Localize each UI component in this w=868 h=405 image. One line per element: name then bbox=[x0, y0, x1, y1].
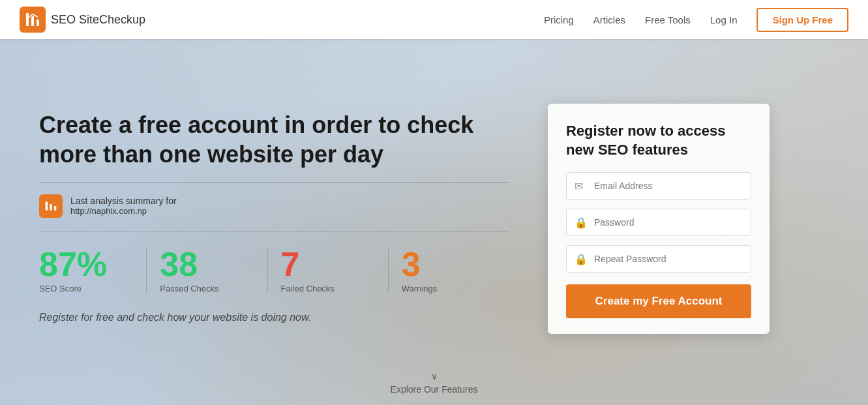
hero-title: Create a free account in order to check … bbox=[39, 110, 509, 169]
repeat-password-input[interactable] bbox=[566, 245, 751, 273]
password-input[interactable] bbox=[566, 209, 751, 236]
hero-tagline: Register for free and check how your web… bbox=[39, 312, 509, 323]
svg-rect-5 bbox=[54, 206, 56, 211]
password-icon: 🔒 bbox=[575, 217, 588, 229]
nav-pricing[interactable]: Pricing bbox=[544, 14, 574, 25]
stat-warnings-number: 3 bbox=[402, 247, 496, 281]
email-input[interactable] bbox=[566, 172, 751, 200]
password-field-wrapper: 🔒 bbox=[566, 209, 751, 236]
stat-warnings: 3 Warnings bbox=[389, 247, 509, 293]
last-analysis: Last analysis summary for http://naphix.… bbox=[39, 194, 509, 218]
nav-login[interactable]: Log In bbox=[710, 14, 738, 25]
stat-seo-score-label: SEO Score bbox=[39, 284, 133, 293]
repeat-password-icon: 🔒 bbox=[575, 253, 588, 265]
logo-icon bbox=[20, 7, 46, 33]
stat-passed-label: Passed Checks bbox=[160, 284, 254, 293]
stat-failed-checks: 7 Failed Checks bbox=[268, 247, 389, 293]
stat-failed-number: 7 bbox=[281, 247, 375, 281]
hero-content: Create a free account in order to check … bbox=[0, 91, 868, 353]
logo[interactable]: SEO SiteCheckup bbox=[20, 7, 145, 33]
explore-label: Explore Our Features bbox=[391, 384, 478, 395]
stat-warnings-label: Warnings bbox=[402, 284, 496, 293]
explore-features[interactable]: ∨ Explore Our Features bbox=[391, 371, 478, 395]
stat-passed-number: 38 bbox=[160, 247, 254, 281]
nav-free-tools[interactable]: Free Tools bbox=[645, 14, 691, 25]
register-panel: Register now to access new SEO features … bbox=[548, 104, 770, 334]
stats-divider bbox=[39, 231, 509, 232]
stats-row: 87% SEO Score 38 Passed Checks 7 Failed … bbox=[39, 247, 509, 293]
svg-rect-4 bbox=[50, 204, 52, 211]
hero-section: Create a free account in order to check … bbox=[0, 39, 868, 405]
svg-rect-3 bbox=[46, 202, 48, 210]
repeat-password-field-wrapper: 🔒 bbox=[566, 245, 751, 273]
analysis-info: Last analysis summary for http://naphix.… bbox=[70, 196, 177, 216]
nav-signup-button[interactable]: Sign Up Free bbox=[756, 8, 848, 32]
chevron-down-icon: ∨ bbox=[431, 371, 438, 382]
logo-text: SEO SiteCheckup bbox=[51, 13, 145, 27]
create-account-button[interactable]: Create my Free Account bbox=[566, 284, 751, 318]
analysis-intro-text: Last analysis summary for bbox=[70, 196, 177, 206]
stat-seo-score-number: 87% bbox=[39, 247, 133, 281]
navbar: SEO SiteCheckup Pricing Articles Free To… bbox=[0, 0, 868, 39]
register-title: Register now to access new SEO features bbox=[566, 122, 751, 159]
svg-rect-1 bbox=[31, 16, 34, 26]
stat-failed-label: Failed Checks bbox=[281, 284, 375, 293]
stat-passed-checks: 38 Passed Checks bbox=[147, 247, 267, 293]
stat-seo-score: 87% SEO Score bbox=[39, 247, 147, 293]
svg-rect-2 bbox=[37, 20, 39, 26]
email-icon: ✉ bbox=[575, 180, 583, 192]
analysis-url: http://naphix.com.np bbox=[70, 206, 177, 216]
nav-links: Pricing Articles Free Tools Log In Sign … bbox=[544, 8, 848, 32]
hero-divider bbox=[39, 182, 509, 183]
email-field-wrapper: ✉ bbox=[566, 172, 751, 200]
analysis-icon bbox=[39, 194, 63, 218]
svg-rect-0 bbox=[26, 13, 29, 26]
nav-articles[interactable]: Articles bbox=[593, 14, 625, 25]
hero-left: Create a free account in order to check … bbox=[39, 110, 509, 323]
